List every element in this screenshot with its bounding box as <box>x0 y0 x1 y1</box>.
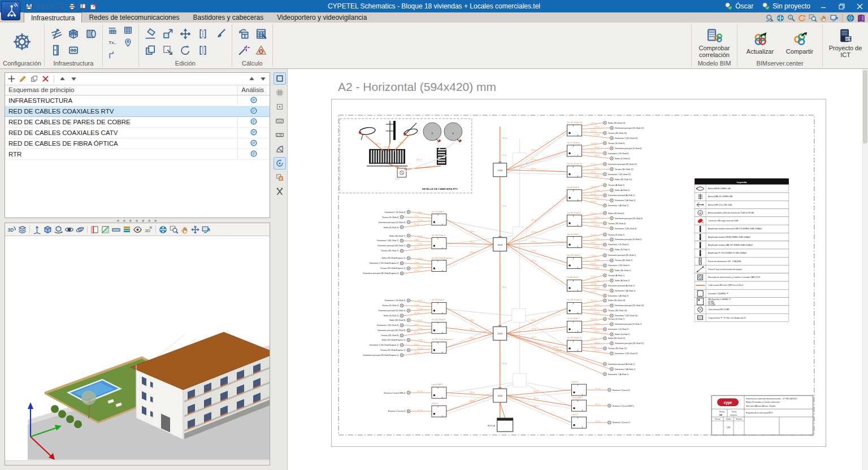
cabinet-button[interactable] <box>47 42 64 58</box>
search-icon[interactable] <box>57 2 66 11</box>
section-icon[interactable] <box>90 225 99 234</box>
wand-button[interactable] <box>235 42 252 58</box>
orbit2-icon[interactable] <box>75 225 85 234</box>
app-logo-icon[interactable] <box>1 1 20 20</box>
column-header-analisis[interactable]: Análisis <box>238 85 270 95</box>
user-chip[interactable]: Óscar <box>721 2 757 11</box>
canvas-vscrollbar[interactable] <box>862 69 868 470</box>
scheme-name[interactable]: RED DE CABLES COAXIALES RTV <box>5 106 238 116</box>
scheme-row[interactable]: RTR <box>5 149 270 159</box>
ritu-box[interactable]: RITU-A <box>488 402 513 432</box>
error-button[interactable] <box>253 42 270 58</box>
scheme-row[interactable]: RED DE CABLES COAXIALES RTV <box>5 106 270 116</box>
grid2-tool[interactable] <box>274 86 286 99</box>
redo-icon[interactable] <box>46 2 55 11</box>
zoom2-icon[interactable]: 2 <box>787 14 796 23</box>
layerstack-icon[interactable] <box>122 225 132 234</box>
tab-infraestructura[interactable]: Infraestructura <box>24 12 82 23</box>
close-button[interactable] <box>851 0 868 12</box>
socket-button[interactable] <box>65 42 82 58</box>
axes-icon[interactable] <box>32 225 42 234</box>
minimize-button[interactable] <box>815 0 832 12</box>
move-icon[interactable] <box>190 225 200 234</box>
brackets2-button[interactable] <box>194 42 211 58</box>
corner-button[interactable] <box>106 49 120 61</box>
derivador-box[interactable]: 12x8 <box>493 162 507 177</box>
triup-icon[interactable] <box>58 75 67 83</box>
viv-cluster[interactable]: 128 mViv 3D-2hab Esquina 112.9 mSalón (3… <box>363 333 493 356</box>
layers-icon[interactable] <box>18 225 27 234</box>
tridown-icon[interactable] <box>70 75 78 83</box>
scheme-name[interactable]: RED DE CABLES DE FIBRA ÓPTICA <box>5 138 238 149</box>
scheme-row[interactable]: RED DE CABLES DE PARES DE COBRE <box>5 116 270 127</box>
brush-button[interactable] <box>212 26 229 42</box>
scheme-row[interactable]: RED DE CABLES COAXIALES CATV <box>5 127 270 138</box>
viv-cluster[interactable]: 128 mViv 3D-2hab Esquina 212.9 mSalón (3… <box>363 245 493 275</box>
snap3d-icon[interactable]: 3D <box>144 225 153 234</box>
book-icon[interactable] <box>79 2 87 11</box>
orbit-icon[interactable] <box>64 225 74 234</box>
actualizar-button[interactable]: Actualizar <box>740 29 780 55</box>
restore-button[interactable] <box>833 0 850 12</box>
zoomwin-icon[interactable] <box>808 14 817 23</box>
sqsel-tool[interactable] <box>274 72 286 85</box>
antenna-button[interactable] <box>47 26 64 42</box>
tab-videoportero-y-videovigilancia[interactable]: Videoportero y videovigilancia <box>270 12 374 23</box>
orbitc-tool[interactable] <box>274 157 286 169</box>
pin-button[interactable] <box>121 37 136 49</box>
building-3d-model[interactable] <box>28 332 270 460</box>
tab-bastidores-y-cabeceras[interactable]: Bastidores y cabeceras <box>186 12 270 23</box>
viv-cluster[interactable]: 228 mLocal SIM 211.5 mEstancia 2 (Local … <box>384 384 493 398</box>
scheme-name[interactable]: RED DE CABLES COAXIALES CATV <box>5 127 238 138</box>
zoomprev-icon[interactable] <box>765 14 774 23</box>
delx-icon[interactable] <box>41 75 50 83</box>
viewer3d-hscroll[interactable] <box>5 460 270 465</box>
resize-button[interactable] <box>159 26 176 42</box>
save-icon[interactable] <box>25 2 33 11</box>
viv-cluster[interactable]: 124 mViv 3D-2hab 712.4 mSalón (3D-2hab 7… <box>377 234 493 253</box>
view3d-icon[interactable]: 3D <box>7 225 16 234</box>
move-button[interactable] <box>177 26 194 42</box>
undo-icon[interactable] <box>36 2 44 11</box>
refresh-icon[interactable] <box>797 14 806 23</box>
drawing-canvas-area[interactable]: A2 - Horizontal (594x420) mm 262 m25 m2.… <box>287 69 868 470</box>
tridown-icon[interactable] <box>259 75 267 83</box>
eraser-button[interactable] <box>142 26 159 42</box>
viv-cluster[interactable]: 131 mViv 3i-2hab 115.2 mTerraza (3i-2hab… <box>507 233 642 251</box>
paste-button[interactable] <box>159 42 176 58</box>
scheme-row[interactable]: INFRAESTRUCTURA <box>5 95 270 106</box>
rotate-button[interactable] <box>177 42 194 58</box>
calcref-button[interactable] <box>235 26 252 42</box>
panel-splitter[interactable]: ● ● ● ● ● ● ● <box>5 218 270 223</box>
solid-icon[interactable] <box>43 225 53 234</box>
screen-icon[interactable] <box>830 14 839 23</box>
derivador-box[interactable]: 20x8 <box>493 325 507 340</box>
snapsq-tool[interactable] <box>274 101 286 113</box>
analysis-icon[interactable] <box>250 128 258 136</box>
project-chip[interactable]: Sin proyecto <box>758 2 814 11</box>
protract-tool[interactable] <box>274 143 286 155</box>
table-button[interactable] <box>121 24 136 36</box>
exportw-icon[interactable] <box>89 2 98 11</box>
screen-icon[interactable] <box>201 225 211 234</box>
analysis-icon[interactable] <box>250 118 258 125</box>
junction-button[interactable] <box>65 26 82 42</box>
sectiong-icon[interactable] <box>101 225 110 234</box>
print-icon[interactable] <box>68 2 76 11</box>
toolsx-tool[interactable] <box>274 185 286 198</box>
pencil-icon[interactable] <box>19 75 27 83</box>
detail-cabecera[interactable]: 242 m243 m25 m26.2 m0.8 mDETALLE DE CABE… <box>340 119 472 193</box>
plus-icon[interactable] <box>7 75 16 83</box>
zoomwin-icon[interactable] <box>169 225 179 234</box>
rotcube-icon[interactable] <box>54 225 63 234</box>
column-header-esquemas[interactable]: Esquemas de principio <box>5 85 238 95</box>
proyecto-de-ict-button[interactable]: ICTProyecto de ICT <box>826 26 865 58</box>
tx-button[interactable]: Tx.. <box>106 37 120 49</box>
scheme-row[interactable]: RED DE CABLES DE FIBRA ÓPTICA <box>5 138 270 149</box>
zoomext-icon[interactable] <box>158 225 168 234</box>
viv-cluster[interactable]: 121 mViv 3D-2hab 1212.4 mSalón (3D-2hab … <box>507 333 644 355</box>
viv-cluster[interactable]: 131 mViv 3i-2hab 715.2 mTerraza (3i-2hab… <box>507 317 642 336</box>
hand-icon[interactable] <box>819 14 828 23</box>
copy-button[interactable] <box>142 42 159 58</box>
viv-cluster[interactable]: 230 mLocal 111.5 mEstancia 2 (Local 1) <box>507 395 630 428</box>
